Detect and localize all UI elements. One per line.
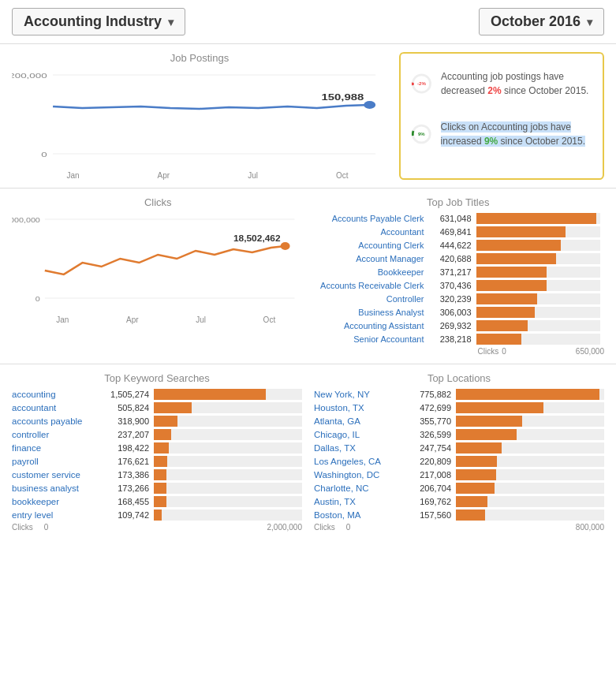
keyword-label: payroll: [12, 457, 103, 466]
bar-track: [476, 280, 601, 291]
svg-text:0: 0: [41, 151, 47, 158]
top-section: Job Postings 200,000 0 150,988 Jan Apr J…: [0, 44, 616, 188]
job-title-label: Accounts Receivable Clerk: [316, 281, 431, 290]
keyword-value: 168,455: [103, 497, 154, 506]
location-value: 217,008: [405, 470, 456, 480]
job-title-value: 371,217: [431, 267, 476, 277]
clicks-svg: 20,000,000 0 18,502,462: [12, 211, 304, 314]
bar-track: [476, 293, 601, 304]
clicks-x-jan: Jan: [56, 315, 69, 324]
keywords-axis-label: Clicks: [12, 523, 33, 532]
job-title-value: 320,239: [431, 294, 476, 304]
location-value: 355,770: [405, 416, 456, 426]
keyword-value: 173,386: [103, 470, 154, 480]
list-item: controller 237,207: [12, 429, 302, 440]
job-postings-section: Job Postings 200,000 0 150,988 Jan Apr J…: [12, 52, 387, 180]
clicks-x-jul: Jul: [196, 315, 206, 324]
location-value: 472,699: [405, 403, 456, 412]
locations-axis-max: 800,000: [576, 523, 604, 532]
location-value: 220,809: [405, 457, 456, 466]
locations-axis: Clicks 0 800,000: [314, 523, 604, 532]
list-item: Los Angeles, CA 220,809: [314, 456, 604, 467]
x-label-jul: Jul: [248, 171, 258, 180]
loc-bar-fill: [456, 510, 485, 521]
industry-dropdown-button[interactable]: Accounting Industry ▾: [12, 8, 185, 35]
date-dropdown-button[interactable]: October 2016 ▾: [479, 8, 604, 35]
industry-dropdown[interactable]: Accounting Industry ▾: [12, 8, 479, 35]
top-job-titles-section: Top Job Titles Accounts Payable Clerk 63…: [312, 196, 605, 356]
keyword-value: 176,621: [103, 457, 154, 466]
kw-bar-fill: [154, 456, 167, 467]
job-title-label: Accounting Clerk: [316, 241, 431, 250]
loc-bar-fill: [456, 483, 495, 494]
job-postings-svg: 200,000 0 150,988: [12, 67, 387, 170]
clicks-section: Clicks 20,000,000 0 18,502,462 Jan Apr J…: [12, 196, 304, 356]
location-value: 775,882: [405, 390, 456, 399]
bar-fill: [476, 253, 557, 264]
kw-bar-fill: [154, 429, 171, 440]
top-job-titles-bars: Accounts Payable Clerk 631,048 Accountan…: [312, 213, 605, 345]
kw-bar-track: [154, 416, 302, 427]
keyword-label: controller: [12, 430, 103, 439]
list-item: Chicago, IL 326,599: [314, 429, 604, 440]
job-title-label: Account Manager: [316, 254, 431, 263]
clicks-x-axis: Jan Apr Jul Oct: [12, 315, 304, 324]
kw-bar-fill: [154, 389, 266, 400]
location-label: Atlanta, GA: [314, 416, 405, 426]
job-title-value: 444,622: [431, 241, 476, 250]
list-item: payroll 176,621: [12, 456, 302, 467]
kw-bar-track: [154, 496, 302, 507]
keyword-label: bookkeeper: [12, 497, 103, 506]
list-item: Dallas, TX 247,754: [314, 442, 604, 454]
locations-bars: New York, NY 775,882 Houston, TX 472,699…: [314, 389, 604, 521]
job-title-value: 238,218: [431, 334, 476, 344]
job-postings-title: Job Postings: [12, 52, 387, 64]
job-title-value: 469,841: [431, 227, 476, 237]
keywords-section: Top Keyword Searches accounting 1,505,27…: [12, 372, 302, 532]
job-title-value: 306,003: [431, 308, 476, 317]
keyword-label: entry level: [12, 510, 103, 520]
bar-fill: [476, 213, 597, 224]
table-row: Senior Accountant 238,218: [316, 334, 601, 345]
kw-bar-track: [154, 389, 302, 400]
kw-bar-track: [154, 402, 302, 413]
industry-dropdown-arrow: ▾: [168, 16, 174, 28]
table-row: Accounting Assistant 269,932: [316, 320, 601, 331]
location-label: Austin, TX: [314, 497, 405, 506]
bar-fill: [476, 226, 566, 237]
bar-fill: [476, 267, 547, 278]
keyword-label: accounting: [12, 390, 103, 399]
list-item: Austin, TX 169,762: [314, 496, 604, 507]
keywords-title: Top Keyword Searches: [12, 372, 302, 384]
job-titles-axis-zero: 0: [502, 347, 506, 356]
locations-title: Top Locations: [314, 372, 604, 384]
loc-bar-track: [456, 429, 604, 440]
clicks-x-oct: Oct: [263, 315, 276, 324]
kw-bar-track: [154, 456, 302, 467]
job-title-label: Business Analyst: [316, 308, 431, 317]
loc-bar-track: [456, 483, 604, 494]
keyword-label: accountant: [12, 403, 103, 412]
bar-fill: [476, 334, 522, 345]
loc-bar-fill: [456, 389, 599, 400]
location-value: 169,762: [405, 497, 456, 506]
keyword-value: 505,824: [103, 403, 154, 412]
job-postings-chart-area: 200,000 0 150,988: [12, 67, 387, 170]
bar-track: [476, 213, 601, 224]
bar-track: [476, 240, 601, 251]
location-label: Charlotte, NC: [314, 483, 405, 493]
list-item: accounting 1,505,274: [12, 389, 302, 400]
location-label: New York, NY: [314, 390, 405, 399]
loc-bar-track: [456, 442, 604, 454]
bar-fill: [476, 293, 538, 304]
clicks-insight-text: Clicks on Accounting jobs have increased…: [441, 120, 593, 148]
table-row: Accounts Payable Clerk 631,048: [316, 213, 601, 224]
keywords-axis-zero: 0: [44, 523, 49, 532]
table-row: Account Manager 420,688: [316, 253, 601, 264]
date-dropdown[interactable]: October 2016 ▾: [479, 8, 604, 35]
keyword-value: 1,505,274: [103, 390, 154, 399]
job-postings-x-axis: Jan Apr Jul Oct: [12, 171, 387, 180]
insight-box: -2% Accounting job postings have decreas…: [399, 52, 604, 180]
list-item: New York, NY 775,882: [314, 389, 604, 400]
bar-fill: [476, 280, 547, 291]
